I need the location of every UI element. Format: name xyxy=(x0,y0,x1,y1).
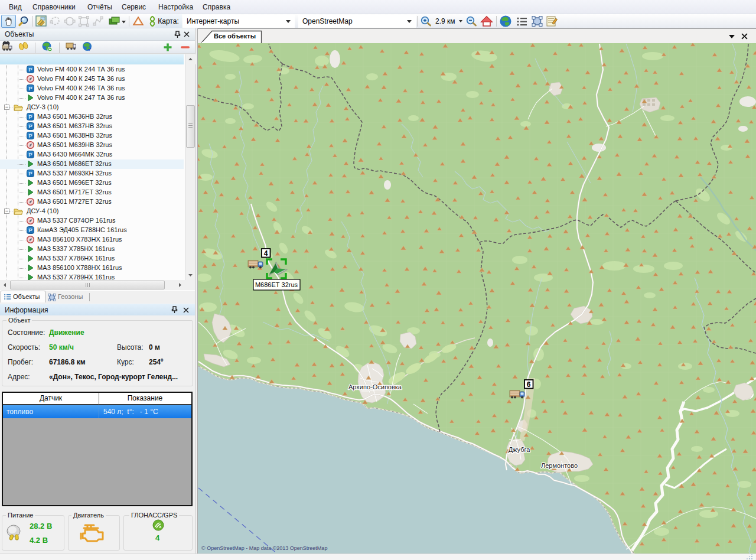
svg-text:P: P xyxy=(28,170,32,177)
svg-text:P: P xyxy=(28,132,32,139)
svg-text:Джубга: Джубга xyxy=(509,446,531,453)
svg-text:P: P xyxy=(28,85,32,92)
svg-text:4: 4 xyxy=(264,249,268,258)
svg-text:P: P xyxy=(28,227,32,233)
svg-text:P: P xyxy=(28,66,32,73)
svg-text:Архипо-Осиповка: Архипо-Осиповка xyxy=(348,383,402,390)
svg-text:6: 6 xyxy=(527,380,531,389)
svg-text:P: P xyxy=(28,123,32,129)
svg-text:М686ЕТ 32rus: М686ЕТ 32rus xyxy=(255,281,298,288)
svg-text:P: P xyxy=(28,113,32,120)
svg-text:P: P xyxy=(28,151,32,158)
svg-text:Лермонтово: Лермонтово xyxy=(541,462,578,469)
svg-text:© OpenStreetMap - Map data ©20: © OpenStreetMap - Map data ©2013 OpenStr… xyxy=(201,545,327,551)
